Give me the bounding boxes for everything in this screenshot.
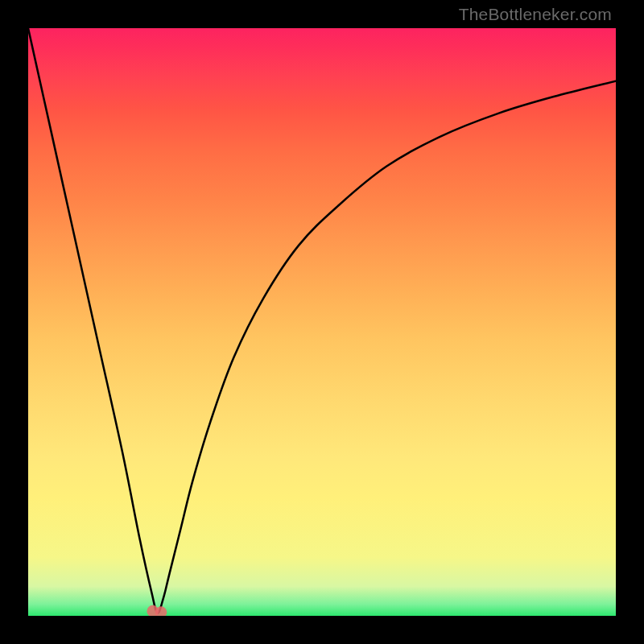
plot-area	[28, 28, 616, 616]
chart-frame: TheBottleneker.com	[0, 0, 644, 644]
watermark-text: TheBottleneker.com	[459, 5, 612, 24]
curve-svg	[28, 28, 616, 616]
bottleneck-curve	[28, 28, 616, 613]
